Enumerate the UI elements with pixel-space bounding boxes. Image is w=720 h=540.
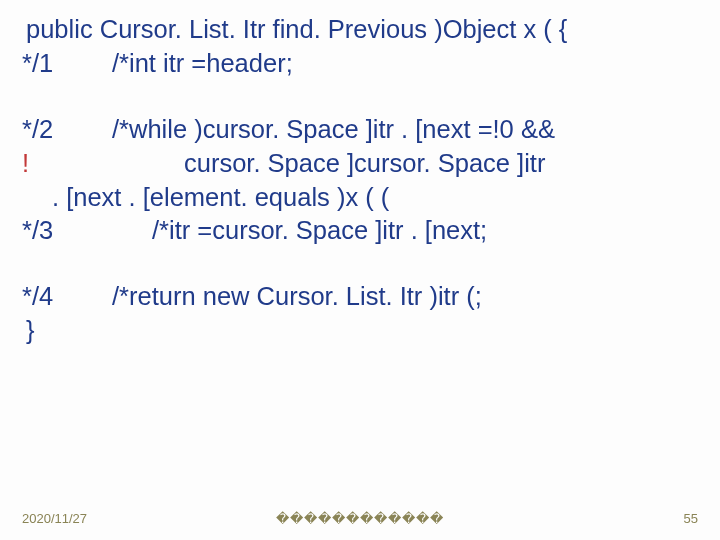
code-text: /*int itr =header; [112, 48, 704, 80]
line-label: */2 [22, 114, 112, 146]
page-number: 55 [684, 511, 698, 526]
bang-mark: ! [22, 148, 44, 180]
code-text: . [next . [element. equals )x ( ( [52, 182, 389, 214]
code-text: /*return new Cursor. List. Itr )itr (; [112, 281, 704, 313]
code-text: /*while )cursor. Space ]itr . [next =!0 … [112, 114, 704, 146]
code-block: public Cursor. List. Itr find. Previous … [22, 14, 704, 347]
code-text: /*itr =cursor. Space ]itr . [next; [112, 215, 704, 247]
code-line: } [22, 315, 704, 347]
code-line: */3 /*itr =cursor. Space ]itr . [next; [22, 215, 704, 247]
code-line: */2 /*while )cursor. Space ]itr . [next … [22, 114, 704, 146]
footer-center: ������������ [22, 511, 698, 526]
code-line: . [next . [element. equals )x ( ( [22, 182, 704, 214]
slide-container: public Cursor. List. Itr find. Previous … [0, 0, 720, 540]
code-text: } [26, 315, 35, 347]
blank-line [22, 82, 704, 112]
code-text: public Cursor. List. Itr find. Previous … [26, 14, 567, 46]
blank-line [22, 249, 704, 279]
code-text: cursor. Space ]cursor. Space ]itr [44, 148, 545, 180]
code-line: */1 /*int itr =header; [22, 48, 704, 80]
footer: 2020/11/27 ������������ 55 [22, 511, 698, 526]
code-line: public Cursor. List. Itr find. Previous … [22, 14, 704, 46]
line-label: */3 [22, 215, 112, 247]
line-label: */4 [22, 281, 112, 313]
code-line: ! cursor. Space ]cursor. Space ]itr [22, 148, 704, 180]
line-label: */1 [22, 48, 112, 80]
code-line: */4 /*return new Cursor. List. Itr )itr … [22, 281, 704, 313]
